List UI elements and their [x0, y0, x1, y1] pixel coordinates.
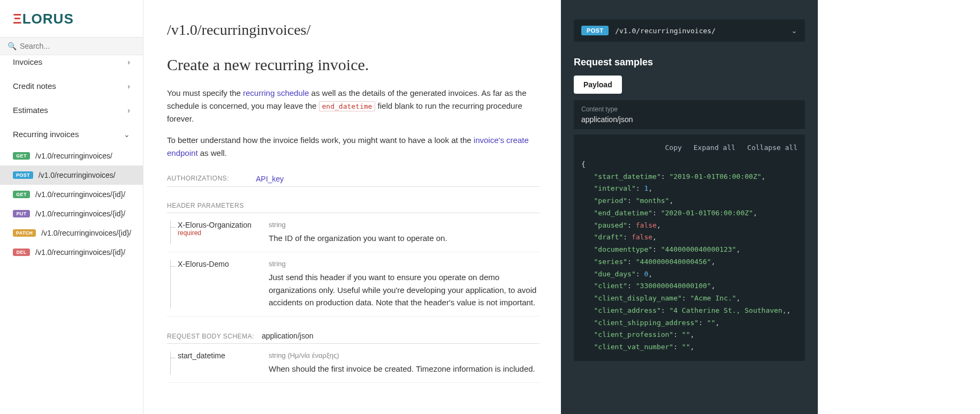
json-line: "client_address": "4 Catherine St., Sout…	[581, 305, 797, 317]
nav: Invoices› Credit notes› Estimates› Recur…	[0, 55, 143, 414]
param-description: Just send this header if you want to ens…	[269, 271, 540, 308]
param-description: When should the first invoice be created…	[269, 363, 540, 375]
param-row: start_datetimestring (Ημ/νία έναρξης)Whe…	[167, 344, 540, 383]
end-datetime-code: end_datetime	[319, 101, 376, 111]
param-name: X-Elorus-Organization	[178, 221, 258, 229]
json-line: "interval": 1,	[581, 183, 797, 195]
method-badge: PUT	[13, 210, 30, 217]
intro-paragraph-1: You must specify the recurring schedule …	[167, 87, 540, 125]
nav-section-credit-notes[interactable]: Credit notes›	[0, 74, 143, 98]
json-line: "start_datetime": "2019-01-01T06:00:00Z"…	[581, 171, 797, 183]
authorizations-row: AUTHORIZATIONS: API_key	[167, 175, 540, 187]
header-parameters-label: HEADER PARAMETERS	[167, 202, 540, 213]
json-line: "end_datetime": "2020-01-01T06:00:00Z",	[581, 207, 797, 220]
copy-button[interactable]: Copy	[665, 142, 681, 154]
param-row: X-Elorus-OrganizationrequiredstringThe I…	[167, 213, 540, 252]
method-badge: GET	[13, 191, 30, 198]
nav-item-path: /v1.0/recurringinvoices/	[39, 171, 133, 179]
json-line: "paused": false,	[581, 220, 797, 232]
chevron-right-icon: ›	[127, 58, 130, 66]
intro-paragraph-2: To better understand how the invoice fie…	[167, 134, 540, 160]
param-type: string (Ημ/νία έναρξης)	[269, 351, 540, 359]
logo: ΞLORUS	[0, 0, 143, 33]
page-title: /v1.0/recurringinvoices/	[167, 21, 540, 39]
nav-item-path: /v1.0/recurringinvoices/{id}/	[35, 209, 133, 218]
param-description: The ID of the organization you want to o…	[269, 232, 540, 244]
nav-item[interactable]: POST/v1.0/recurringinvoices/	[0, 165, 143, 185]
search-box[interactable]: 🔍	[0, 37, 143, 55]
chevron-right-icon: ›	[127, 82, 130, 91]
json-line: "series": "4400000040000456",	[581, 256, 797, 268]
nav-item-path: /v1.0/recurringinvoices/{id}/	[41, 229, 133, 237]
json-sample: Copy Expand all Collapse all { "start_da…	[574, 134, 805, 361]
search-input[interactable]	[20, 42, 135, 50]
nav-item-path: /v1.0/recurringinvoices/{id}/	[35, 248, 133, 257]
json-line: "client_vat_number": "",	[581, 341, 797, 353]
expand-all-button[interactable]: Expand all	[694, 142, 735, 154]
recurring-schedule-link[interactable]: recurring schedule	[243, 88, 309, 97]
nav-section-invoices[interactable]: Invoices›	[0, 55, 143, 74]
nav-section-estimates[interactable]: Estimates›	[0, 98, 143, 122]
json-line: "documenttype": "4400000040000123",	[581, 244, 797, 256]
content-type-box: Content type application/json	[574, 100, 805, 129]
nav-item[interactable]: GET/v1.0/recurringinvoices/{id}/	[0, 185, 143, 204]
nav-item[interactable]: DEL/v1.0/recurringinvoices/{id}/	[0, 243, 143, 262]
json-line: "client_display_name": "Acme Inc.",	[581, 292, 797, 305]
sidebar: ΞLORUS 🔍 Invoices› Credit notes› Estimat…	[0, 0, 143, 414]
json-line: "client": "3300000040000100",	[581, 280, 797, 292]
request-samples-title: Request samples	[574, 57, 805, 68]
param-name: start_datetime	[178, 351, 258, 360]
nav-item-path: /v1.0/recurringinvoices/{id}/	[35, 190, 133, 199]
method-badge: DEL	[13, 249, 30, 256]
chevron-down-icon: ⌄	[124, 130, 130, 139]
chevron-down-icon: ⌄	[791, 26, 797, 35]
method-badge: POST	[581, 26, 609, 35]
request-body-schema-row: REQUEST BODY SCHEMA: application/json	[167, 332, 540, 344]
nav-item[interactable]: PUT/v1.0/recurringinvoices/{id}/	[0, 204, 143, 223]
json-line: "client_shipping_address": "",	[581, 317, 797, 329]
method-badge: GET	[13, 152, 30, 160]
endpoint-url: /v1.0/recurringinvoices/	[615, 27, 785, 35]
param-name: X-Elorus-Demo	[178, 260, 258, 268]
right-panel: POST /v1.0/recurringinvoices/ ⌄ Request …	[561, 0, 818, 414]
nav-item[interactable]: PATCH/v1.0/recurringinvoices/{id}/	[0, 223, 143, 243]
chevron-right-icon: ›	[127, 106, 130, 115]
nav-item-path: /v1.0/recurringinvoices/	[35, 152, 133, 160]
method-badge: POST	[13, 171, 33, 179]
param-row: X-Elorus-DemostringJust send this header…	[167, 252, 540, 317]
collapse-all-button[interactable]: Collapse all	[747, 142, 797, 154]
nav-item[interactable]: GET/v1.0/recurringinvoices/	[0, 146, 143, 165]
search-icon: 🔍	[7, 42, 17, 50]
endpoint-selector[interactable]: POST /v1.0/recurringinvoices/ ⌄	[574, 19, 805, 42]
param-type: string	[269, 260, 540, 268]
payload-tab[interactable]: Payload	[574, 76, 622, 94]
json-line: "draft": false,	[581, 231, 797, 244]
nav-section-recurring-invoices[interactable]: Recurring invoices⌄	[0, 122, 143, 146]
main-content: /v1.0/recurringinvoices/ Create a new re…	[143, 0, 561, 414]
json-line: "due_days": 0,	[581, 268, 797, 281]
json-line: "client_profession": "",	[581, 329, 797, 341]
page-subtitle: Create a new recurring invoice.	[167, 56, 540, 74]
param-type: string	[269, 221, 540, 229]
api-key-link[interactable]: API_key	[256, 175, 284, 183]
method-badge: PATCH	[13, 229, 36, 237]
json-line: "period": "months",	[581, 195, 797, 207]
required-badge: required	[178, 229, 258, 237]
